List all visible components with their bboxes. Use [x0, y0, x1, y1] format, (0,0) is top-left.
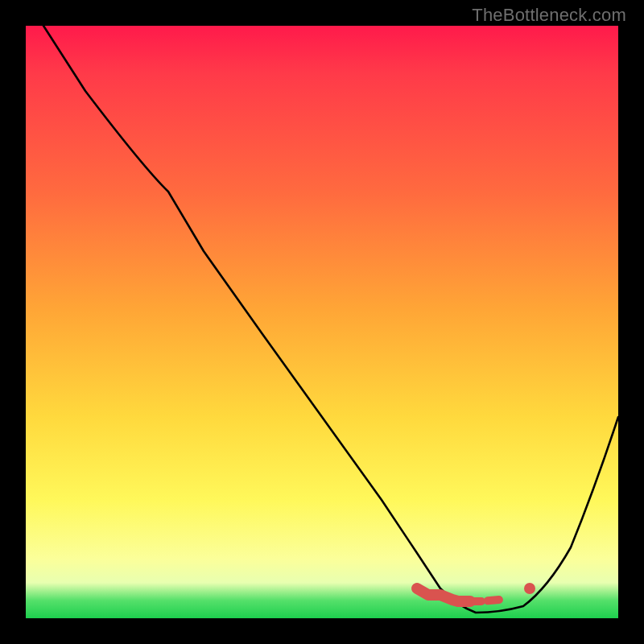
highlight-segment — [417, 588, 470, 601]
chart-frame: TheBottleneck.com — [0, 0, 644, 644]
chart-svg — [26, 26, 618, 618]
bottleneck-curve — [43, 26, 618, 613]
plot-area — [26, 26, 618, 618]
highlight-dot — [524, 583, 535, 594]
watermark-text: TheBottleneck.com — [472, 5, 626, 26]
highlight-segment-tail — [470, 600, 500, 601]
